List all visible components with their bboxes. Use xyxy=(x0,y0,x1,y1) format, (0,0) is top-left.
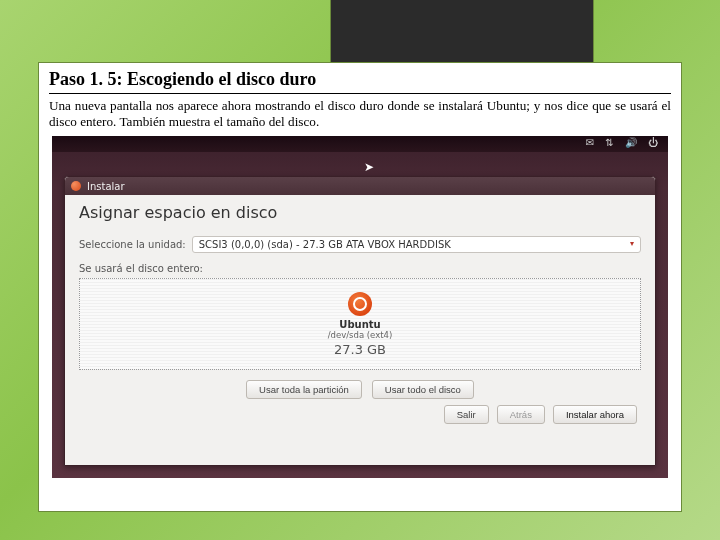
device-path: /dev/sda (ext4) xyxy=(328,330,393,340)
nav-buttons-row: Salir Atrás Instalar ahora xyxy=(79,405,641,424)
quit-button[interactable]: Salir xyxy=(444,405,489,424)
ubuntu-logo-icon xyxy=(348,292,372,316)
gnome-top-panel: ✉ ⇅ 🔊 ⏻ xyxy=(52,136,668,152)
chevron-down-icon: ▾ xyxy=(630,239,634,250)
drive-value: SCSI3 (0,0,0) (sda) - 27.3 GB ATA VBOX H… xyxy=(199,239,451,250)
partition-buttons-row: Usar toda la partición Usar todo el disc… xyxy=(79,380,641,399)
use-partition-button[interactable]: Usar toda la partición xyxy=(246,380,362,399)
drive-combobox[interactable]: SCSI3 (0,0,0) (sda) - 27.3 GB ATA VBOX H… xyxy=(192,236,641,253)
os-name: Ubuntu xyxy=(339,319,380,330)
slide-accent-box xyxy=(330,0,594,65)
drive-select-row: Seleccione la unidad: SCSI3 (0,0,0) (sda… xyxy=(79,236,641,253)
disk-partition-visual[interactable]: Ubuntu /dev/sda (ext4) 27.3 GB xyxy=(79,278,641,370)
disk-size: 27.3 GB xyxy=(334,342,386,357)
window-body: Asignar espacio en disco Seleccione la u… xyxy=(65,195,655,438)
dialog-title: Asignar espacio en disco xyxy=(79,203,641,222)
install-now-button[interactable]: Instalar ahora xyxy=(553,405,637,424)
slide-title: Paso 1. 5: Escogiendo el disco duro xyxy=(49,69,671,94)
mouse-cursor-icon: ➤ xyxy=(364,160,374,174)
panel-status-icons: ✉ ⇅ 🔊 ⏻ xyxy=(586,137,662,148)
window-title: Instalar xyxy=(87,181,125,192)
back-button[interactable]: Atrás xyxy=(497,405,545,424)
close-icon[interactable] xyxy=(71,181,81,191)
slide-content-frame: Paso 1. 5: Escogiendo el disco duro Una … xyxy=(38,62,682,512)
ubuntu-screenshot: ✉ ⇅ 🔊 ⏻ ➤ Instalar Asignar espacio en di… xyxy=(52,136,668,478)
use-disk-button[interactable]: Usar todo el disco xyxy=(372,380,474,399)
installer-window: Instalar Asignar espacio en disco Selecc… xyxy=(64,176,656,466)
slide-description: Una nueva pantalla nos aparece ahora mos… xyxy=(49,98,671,130)
window-titlebar[interactable]: Instalar xyxy=(65,177,655,195)
drive-label: Seleccione la unidad: xyxy=(79,239,186,250)
entire-disk-label: Se usará el disco entero: xyxy=(79,263,641,274)
